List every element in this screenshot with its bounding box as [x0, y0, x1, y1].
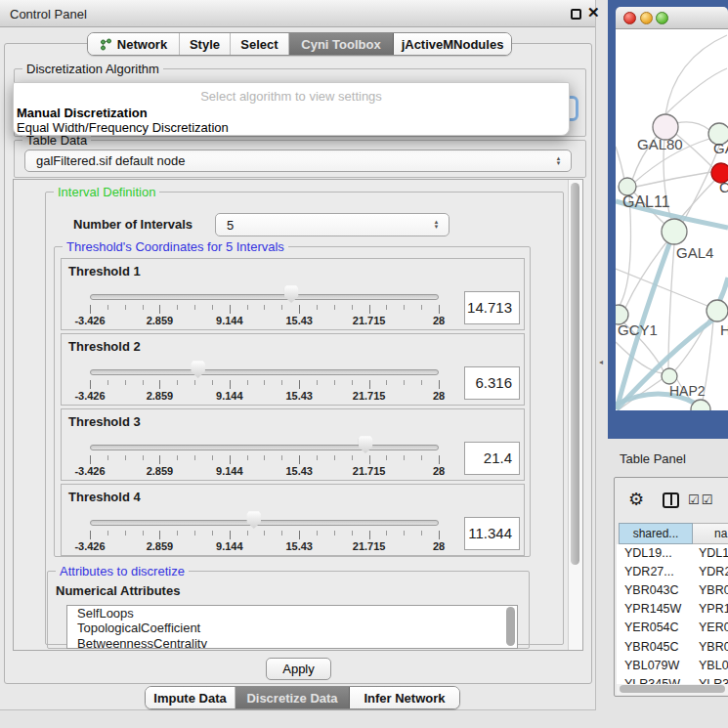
table-row[interactable]: YBR045CYBR0 — [617, 638, 728, 657]
tab-style[interactable]: Style — [180, 33, 231, 55]
table-panel-title: Table Panel — [620, 451, 686, 466]
attribute-list-item[interactable]: TopologicalCoefficient — [67, 621, 517, 635]
apply-button[interactable]: Apply — [266, 658, 331, 680]
close-traffic-light-icon[interactable] — [623, 12, 636, 24]
algorithm-item-manual[interactable]: Manual Discretization — [16, 106, 563, 120]
tab-jactivemnodules[interactable]: jActiveMNodules — [394, 33, 511, 55]
slider-ticks — [90, 531, 440, 539]
threshold-value-field[interactable]: 14.713 — [464, 291, 520, 324]
table-row[interactable]: YBL079WYBL0 — [617, 657, 728, 675]
tab-discretize-data[interactable]: Discretize Data — [236, 687, 350, 708]
slider-track[interactable] — [90, 520, 439, 526]
attribute-list-item[interactable]: BetweennessCentrality — [67, 636, 517, 649]
slider-thumb[interactable] — [191, 361, 205, 378]
column-header-shared-name[interactable]: shared... — [619, 523, 693, 544]
table-row[interactable]: YER054CYER0 — [617, 619, 728, 637]
tick-label: 28 — [433, 465, 445, 477]
threshold-row: Threshold 4-3.4262.8599.14415.4321.71528… — [61, 484, 525, 556]
vertical-scrollbar-thumb[interactable] — [571, 183, 579, 565]
slider-thumb[interactable] — [284, 285, 299, 303]
tick-label: 2.859 — [147, 315, 174, 326]
table-data-combo[interactable]: galFiltered.sif default node ▲▼ — [24, 150, 572, 172]
minimize-traffic-light-icon[interactable] — [640, 12, 653, 24]
tick-label: 15.43 — [285, 540, 313, 552]
tick-label: 21.715 — [353, 315, 386, 326]
table-row[interactable]: YBR043CYBR0 — [617, 581, 728, 600]
cell-shared-name: YBR043C — [624, 581, 679, 600]
tab-label: Cyni Toolbox — [301, 37, 380, 52]
numerical-attributes-list[interactable]: SelfLoopsTopologicalCoefficientBetweenne… — [66, 605, 518, 649]
cell-name: YPR1 — [699, 600, 728, 619]
number-of-intervals-value: 5 — [216, 218, 430, 233]
slider-track[interactable] — [90, 369, 439, 375]
network-graph: GAL80GACGAL11GAL4GCY1HHAP2 — [616, 29, 728, 410]
slider-ticks — [90, 305, 440, 314]
table-rows[interactable]: YDL19...YDL1YDR27...YDR2YBR043CYBR0YPR14… — [617, 544, 728, 684]
tab-network[interactable]: Network — [88, 33, 180, 55]
zoom-traffic-light-icon[interactable] — [656, 12, 668, 24]
bottom-tab-bar: Impute DataDiscretize DataInfer Network — [145, 686, 460, 709]
slider-thumb[interactable] — [359, 436, 373, 453]
tab-label: Select — [240, 37, 278, 52]
attributes-group-title: Attributes to discretize — [56, 564, 189, 578]
attributes-scrollbar-thumb[interactable] — [506, 607, 515, 646]
slider-track[interactable] — [90, 445, 439, 450]
numerical-attributes-label: Numerical Attributes — [56, 583, 180, 598]
attribute-list-item[interactable]: SelfLoops — [67, 606, 517, 621]
gear-icon[interactable]: ⚙ — [628, 489, 644, 510]
tick-label: 28 — [433, 540, 445, 552]
table-row[interactable]: YLR345WYLR3 — [617, 675, 728, 684]
cell-name: YDL1 — [699, 544, 728, 563]
close-window-icon[interactable]: ✕ — [587, 4, 600, 21]
threshold-value-field[interactable]: 21.4 — [464, 442, 520, 475]
threshold-value-field[interactable]: 11.344 — [464, 517, 520, 550]
tick-label: 9.144 — [216, 465, 243, 477]
tab-impute-data[interactable]: Impute Data — [146, 687, 236, 708]
threshold-row: Threshold 3-3.4262.8599.14415.4321.71528… — [61, 408, 525, 481]
tab-cyni-toolbox[interactable]: Cyni Toolbox — [289, 33, 394, 55]
control-panel-titlebar: Control Panel ✕ — [0, 0, 595, 27]
table-row[interactable]: YDR27...YDR2 — [617, 563, 728, 581]
tick-label: -3.426 — [74, 540, 105, 552]
threshold-label: Threshold 3 — [68, 414, 141, 429]
tick-label: -3.426 — [74, 465, 105, 477]
cell-name: YLR3 — [699, 675, 728, 684]
split-view-icon[interactable] — [663, 492, 679, 508]
cell-name: YBR0 — [699, 581, 728, 600]
network-canvas[interactable]: GAL80GACGAL11GAL4GCY1HHAP2 — [616, 29, 728, 410]
threshold-value-field[interactable]: 6.316 — [464, 366, 520, 400]
table-row[interactable]: YDL19...YDL1 — [617, 544, 728, 563]
cell-name: YBR0 — [699, 638, 728, 657]
checkbox-icons[interactable]: ☑☑ — [688, 492, 714, 507]
cell-shared-name: YDL19... — [624, 544, 672, 563]
discretization-algorithm-title: Discretization Algorithm — [22, 62, 163, 76]
table-row[interactable]: YPR145WYPR1 — [617, 600, 728, 619]
algorithm-placeholder-item[interactable]: Select algorithm to view settings — [14, 89, 569, 104]
number-of-intervals-combo[interactable]: 5 ▲▼ — [215, 213, 450, 236]
tick-label: 21.715 — [353, 465, 386, 477]
cell-shared-name: YDR27... — [624, 563, 674, 581]
tick-label: 15.43 — [285, 390, 313, 402]
algorithm-dropdown-popup: Select algorithm to view settings Manual… — [13, 82, 570, 136]
cell-shared-name: YBL079W — [624, 657, 679, 675]
tab-label: Infer Network — [364, 691, 445, 706]
node-label: GCY1 — [618, 321, 658, 338]
split-pane-collapse-icon[interactable]: ◂ — [599, 358, 603, 366]
threshold-label: Threshold 2 — [68, 339, 141, 354]
restore-window-icon[interactable] — [571, 9, 581, 20]
algorithm-item-equal-width[interactable]: Equal Width/Frequency Discretization — [16, 120, 563, 135]
threshold-label: Threshold 4 — [68, 490, 141, 504]
tick-label: -3.426 — [74, 390, 105, 402]
horizontal-scrollbar-thumb[interactable] — [620, 685, 725, 693]
node-label: GAL4 — [676, 244, 713, 261]
node-label: GAL80 — [637, 136, 683, 152]
cell-name: YBL0 — [699, 657, 728, 675]
tab-infer-network[interactable]: Infer Network — [350, 687, 459, 708]
tab-select[interactable]: Select — [231, 33, 289, 55]
slider-track[interactable] — [90, 294, 439, 300]
column-header-name[interactable]: na — [693, 523, 728, 544]
cell-shared-name: YPR145W — [624, 600, 681, 619]
cell-shared-name: YER054C — [624, 619, 679, 637]
slider-thumb[interactable] — [246, 511, 261, 529]
tick-label: 9.144 — [216, 390, 243, 402]
